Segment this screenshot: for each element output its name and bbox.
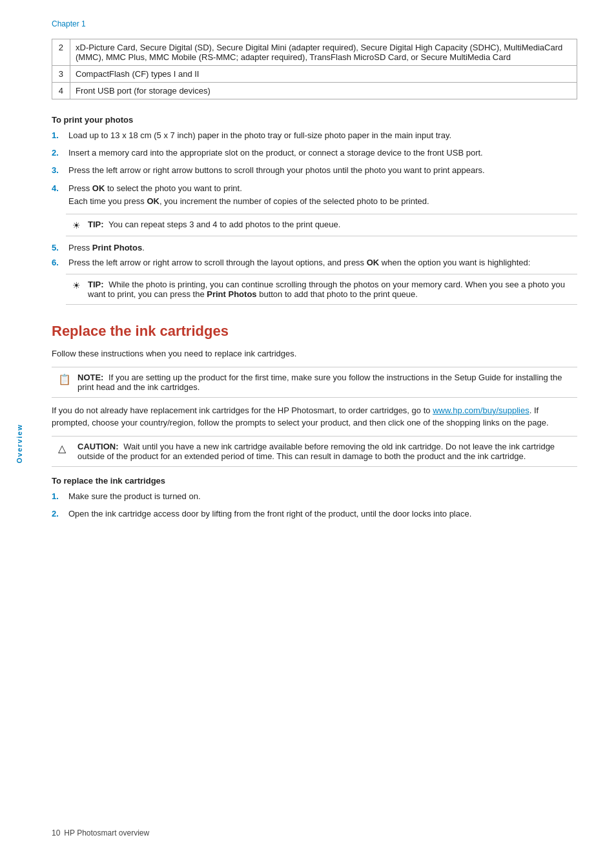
print-steps-list: 1.Load up to 13 x 18 cm (5 x 7 inch) pap… [52,130,577,177]
replace-body: If you do not already have replacement i… [52,404,577,429]
print-photos-heading: To print your photos [52,115,577,125]
caution-icon: △ [58,442,72,455]
row-text: xD-Picture Card, Secure Digital (SD), Se… [70,39,577,66]
step-6-num: 6. [52,258,66,267]
replace-step-item: 1.Make sure the product is turned on. [52,491,577,503]
note-box: 📋NOTE: If you are setting up the product… [52,367,577,398]
step-num: 3. [52,165,66,177]
step-text: Insert a memory card into the appropriat… [68,147,577,159]
tip-2-box: ☀TIP: While the photo is printing, you c… [66,274,577,305]
buy-supplies-link[interactable]: www.hp.com/buy/supplies [433,406,529,415]
step-5-num: 5. [52,243,66,252]
row-num: 3 [52,66,70,83]
row-num: 2 [52,39,70,66]
replace-step-text: Make sure the product is turned on. [68,491,201,503]
replace-step-text: Open the ink cartridge access door by li… [68,508,471,520]
step-item: 2.Insert a memory card into the appropri… [52,147,577,159]
table-row: 3CompactFlash (CF) types I and II [52,66,577,83]
step-4-num: 4. [52,183,66,193]
step-6-text: Press the left arrow or right arrow to s… [68,258,577,267]
step-6-row: 6. Press the left arrow or right arrow t… [52,258,577,267]
section-title: Replace the ink cartridges [52,323,577,340]
step-4-text: Press OK to select the photo you want to… [68,183,577,193]
replace-step-num: 1. [52,491,66,503]
chapter-label: Chapter 1 [52,19,577,28]
note-content: NOTE: If you are setting up the product … [77,373,568,392]
step-item: 3.Press the left arrow or right arrow bu… [52,165,577,177]
step-text: Load up to 13 x 18 cm (5 x 7 inch) paper… [68,130,577,142]
step-num: 1. [52,130,66,142]
page-container: Chapter 1 2xD-Picture Card, Secure Digit… [0,0,616,853]
replace-step-item: 2.Open the ink cartridge access door by … [52,508,577,520]
tip2-content: TIP: While the photo is printing, you ca… [88,280,568,299]
caution-content: CAUTION: Wait until you have a new ink c… [77,442,568,461]
row-text: CompactFlash (CF) types I and II [70,66,577,83]
content-table: 2xD-Picture Card, Secure Digital (SD), S… [52,39,577,99]
replace-step-num: 2. [52,508,66,520]
row-text: Front USB port (for storage devices) [70,83,577,99]
step-num: 2. [52,147,66,159]
step-text: Press the left arrow or right arrow butt… [68,165,577,177]
caution-box: △CAUTION: Wait until you have a new ink … [52,436,577,467]
step-4-row: 4. Press OK to select the photo you want… [52,183,577,193]
note-icon: 📋 [58,373,72,385]
replace-intro: Follow these instructions when you need … [52,347,577,360]
tip-content: TIP: You can repeat steps 3 and 4 to add… [88,220,340,229]
table-row: 2xD-Picture Card, Secure Digital (SD), S… [52,39,577,66]
step-5-row: 5. Press Print Photos. [52,243,577,252]
row-num: 4 [52,83,70,99]
table-row: 4Front USB port (for storage devices) [52,83,577,99]
replace-steps-heading: To replace the ink cartridges [52,476,577,486]
step-5-text: Press Print Photos. [68,243,577,252]
step-4-continuation: Each time you press OK, you increment th… [68,196,577,208]
page-footer: 10 HP Photosmart overview [52,828,577,838]
tip-icon: ☀ [72,280,84,291]
step-item: 1.Load up to 13 x 18 cm (5 x 7 inch) pap… [52,130,577,142]
replace-steps-list: 1.Make sure the product is turned on.2.O… [52,491,577,520]
tip-icon: ☀ [72,220,84,231]
page-number: 10 [52,828,60,838]
sidebar-label: Overview [15,418,23,469]
tip-1-box: ☀TIP: You can repeat steps 3 and 4 to ad… [66,214,577,236]
footer-text: HP Photosmart overview [64,828,149,838]
